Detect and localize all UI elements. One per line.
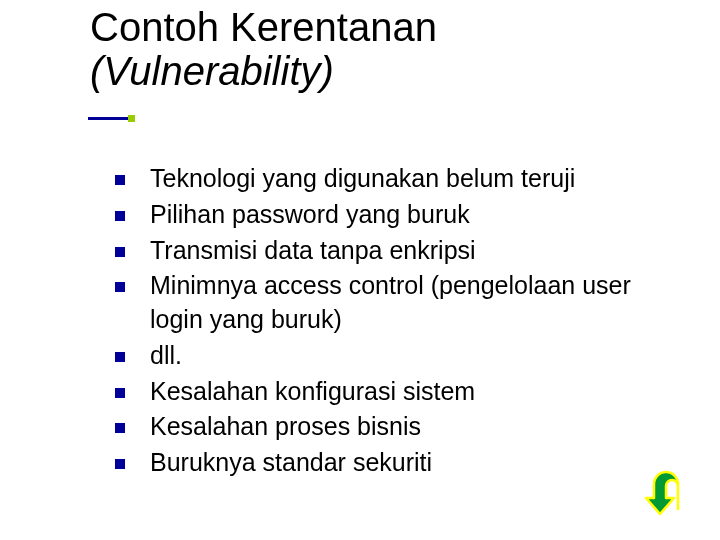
- title-accent: [88, 117, 128, 120]
- list-item: Kesalahan proses bisnis: [115, 410, 675, 444]
- list-item-text: Pilihan password yang buruk: [150, 198, 470, 232]
- list-item-text: Kesalahan proses bisnis: [150, 410, 421, 444]
- bullet-square-icon: [115, 175, 125, 185]
- list-item: Teknologi yang digunakan belum teruji: [115, 162, 675, 196]
- slide: Contoh Kerentanan (Vulnerability) Teknol…: [0, 0, 720, 540]
- bullet-square-icon: [115, 352, 125, 362]
- bullet-square-icon: [115, 388, 125, 398]
- u-turn-back-icon: [640, 470, 698, 518]
- bullet-square-icon: [115, 459, 125, 469]
- list-item: Minimnya access control (pengelolaan use…: [115, 269, 675, 337]
- bullet-square-icon: [115, 211, 125, 221]
- bullet-square-icon: [115, 423, 125, 433]
- list-item-text: Transmisi data tanpa enkripsi: [150, 234, 476, 268]
- list-item-text: Minimnya access control (pengelolaan use…: [150, 269, 675, 337]
- back-button[interactable]: [640, 470, 698, 518]
- list-item: Pilihan password yang buruk: [115, 198, 675, 232]
- title-line-1: Contoh Kerentanan: [90, 5, 690, 49]
- list-item-text: Teknologi yang digunakan belum teruji: [150, 162, 575, 196]
- bullet-square-icon: [115, 247, 125, 257]
- list-item: Buruknya standar sekuriti: [115, 446, 675, 480]
- title-line-2: (Vulnerability): [90, 49, 690, 93]
- list-item: Transmisi data tanpa enkripsi: [115, 234, 675, 268]
- list-item: dll.: [115, 339, 675, 373]
- bullet-square-icon: [115, 282, 125, 292]
- slide-title: Contoh Kerentanan (Vulnerability): [90, 5, 690, 93]
- list-item-text: Buruknya standar sekuriti: [150, 446, 432, 480]
- bullet-list: Teknologi yang digunakan belum teruji Pi…: [115, 162, 675, 482]
- list-item-text: dll.: [150, 339, 182, 373]
- list-item: Kesalahan konfigurasi sistem: [115, 375, 675, 409]
- list-item-text: Kesalahan konfigurasi sistem: [150, 375, 475, 409]
